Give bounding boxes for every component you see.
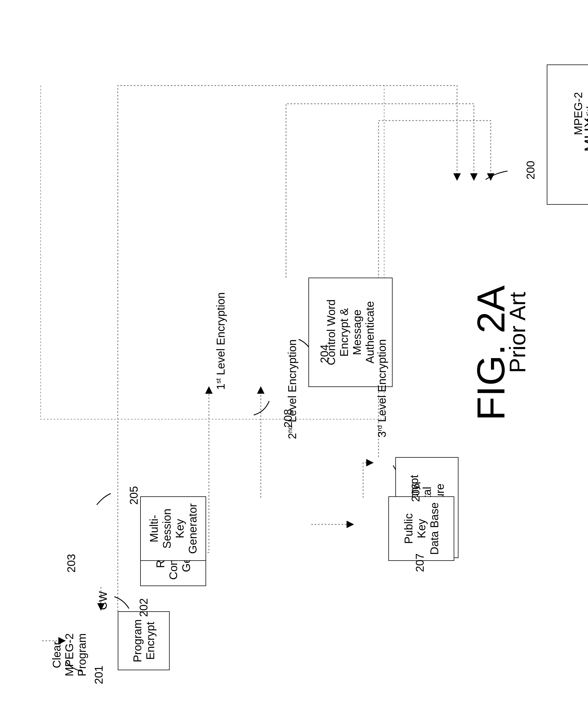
ref-206: 206 <box>409 483 422 502</box>
label-input: ClearMPEG-2Program <box>50 625 88 684</box>
ref-201: 201 <box>93 665 105 684</box>
ref-207: 207 <box>413 553 426 572</box>
block-msk-generator: Multi-Session KeyGenerator <box>140 497 206 561</box>
ref-205: 205 <box>128 486 140 505</box>
figure-subtitle: Prior Art <box>505 292 531 373</box>
label-level1: 1st Level Encryption <box>214 292 227 390</box>
block-program-encrypt: ProgramEncrypt <box>118 611 169 670</box>
label-output: MPEG-2WithCA <box>572 80 588 147</box>
ref-208: 208 <box>282 409 294 428</box>
ref-202: 202 <box>137 598 150 617</box>
ref-203: 203 <box>65 554 78 573</box>
block-public-key-db: PublicKeyData Base <box>388 497 454 561</box>
diagram-canvas: ProgramEncrypt RandomControl WordGenerat… <box>0 0 588 705</box>
ref-204: 204 <box>318 344 331 363</box>
ref-200: 200 <box>524 161 537 180</box>
label-level3: 3rd Level Encryption <box>376 339 388 437</box>
label-cw: CW <box>97 591 109 610</box>
